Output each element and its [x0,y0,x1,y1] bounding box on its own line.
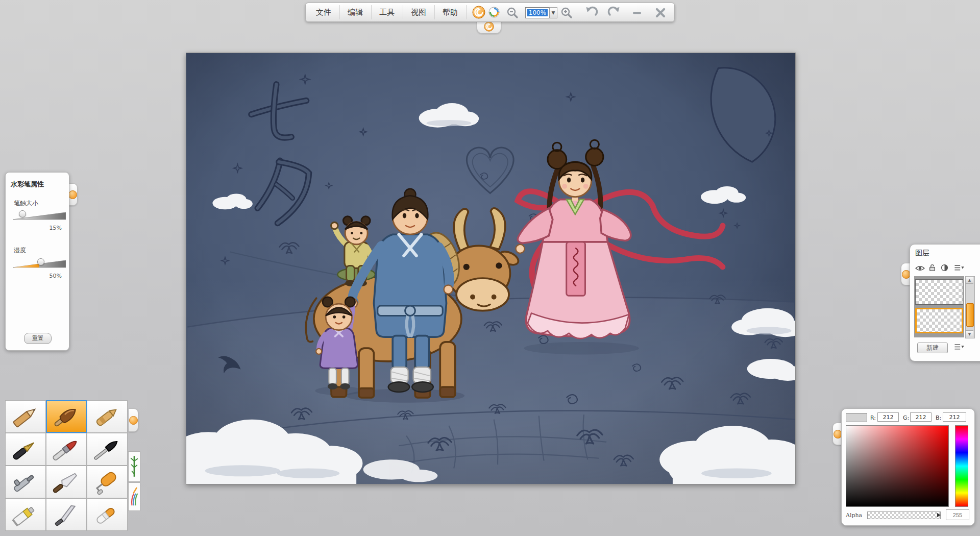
tool-fountain-pen[interactable] [5,433,46,466]
tool-liner-blade[interactable] [46,498,87,531]
app-logo-swirl-icon [472,6,485,19]
scroll-down-button[interactable]: ▼ [966,330,973,337]
zoom-out-icon [506,6,519,19]
menu-edit[interactable]: 编辑 [339,5,372,19]
zoom-dropdown-button[interactable]: ▼ [549,7,557,18]
zoom-in-button[interactable] [560,6,573,21]
panel-handle-dot [834,430,842,438]
tool-bamboo-pen[interactable] [128,451,140,482]
reset-button[interactable]: 重置 [24,333,52,344]
application-window: 文件 编辑 工具 视图 帮助 100% ▼ [0,0,980,536]
tool-airbrush[interactable] [5,466,46,498]
layer-thumbnail-2-active[interactable] [915,308,963,333]
tool-palette-tab[interactable] [129,408,138,432]
layer-options-button[interactable] [953,264,966,272]
tool-paint-roller[interactable] [87,466,128,498]
layer-list-scrollbar[interactable]: ▲ ▼ [965,276,975,338]
panel-handle-dot [68,190,77,199]
scrollbar-thumb[interactable] [966,303,974,327]
close-button[interactable] [654,6,667,21]
panel-handle-dot [902,270,911,279]
wetness-label: 湿度 [14,246,26,255]
layers-panel: 图层 ▲ ▼ 新建 [910,244,980,361]
saturation-value-picker[interactable] [846,425,949,507]
tool-crayon[interactable] [87,400,128,433]
color-swirl-icon [488,7,500,18]
eye-icon [915,265,925,272]
red-label: R: [870,415,876,421]
panel-handle-dot [129,416,138,425]
main-toolbar: 文件 编辑 工具 视图 帮助 100% ▼ [305,3,675,22]
new-layer-button[interactable]: 新建 [917,343,948,353]
artwork [186,53,795,484]
tool-pastel-stick[interactable] [87,498,128,531]
layer-menu-icon [953,343,965,351]
bamboo-icon [130,453,139,480]
red-input[interactable] [877,412,899,422]
zoom-in-icon [560,6,573,19]
zoom-level-input[interactable]: 100% [525,7,550,18]
alpha-slider[interactable] [867,511,941,519]
rainbow-icon [130,484,139,509]
alpha-label: Alpha [846,512,862,519]
menu-tools[interactable]: 工具 [371,5,403,19]
tool-paint-tube[interactable] [5,498,46,531]
redo-icon [607,6,621,20]
undo-button[interactable] [584,6,599,22]
color-swirl-button[interactable] [488,7,500,20]
layer-blend-button[interactable] [941,264,951,272]
blue-label: B: [936,415,941,421]
alpha-slider-handle[interactable] [937,513,941,517]
brush-panel-title: 水彩笔属性 [11,180,44,189]
menu-help[interactable]: 帮助 [434,5,467,19]
redo-button[interactable] [607,6,621,22]
close-icon [654,6,667,19]
brush-size-knob[interactable] [19,210,26,217]
layer-thumbnail-1[interactable] [915,279,963,305]
menu-view[interactable]: 视图 [403,5,435,19]
zoom-out-button[interactable] [506,6,519,21]
tool-paintbrush[interactable] [46,433,87,466]
wetness-knob[interactable] [37,258,44,265]
hue-slider[interactable] [955,425,968,507]
zoom-level-value: 100% [527,9,548,16]
tool-ink-brush[interactable] [87,433,128,466]
layer-lock-button[interactable] [928,264,939,272]
tool-pencil[interactable] [5,400,46,433]
layer-list [914,276,964,337]
tool-palette [5,400,129,531]
green-label: G: [903,415,909,421]
tool-watercolor-brush[interactable] [46,400,87,433]
green-input[interactable] [910,412,932,422]
app-logo-swirl-icon [484,21,494,32]
scroll-up-button[interactable]: ▲ [966,277,973,284]
layer-menu-icon [953,264,965,272]
tool-palette-knife[interactable] [46,466,87,498]
minimize-icon [630,6,644,19]
blue-input[interactable] [943,412,966,422]
paint-canvas[interactable] [186,53,796,484]
alpha-input[interactable] [946,509,969,520]
blend-mode-icon [941,264,948,272]
lock-icon [928,264,936,272]
wetness-value: 50% [50,273,62,279]
brush-size-value: 15% [50,225,62,231]
color-picker-panel: R: G: B: Alpha [841,408,975,526]
layer-visibility-button[interactable] [915,264,925,272]
brush-size-label: 笔触大小 [14,199,38,208]
current-color-swatch[interactable] [846,413,867,422]
layers-panel-title: 图层 [915,249,929,258]
app-logo-button[interactable] [472,6,485,21]
layer-list-menu-button[interactable] [953,343,967,352]
brush-properties-panel: 水彩笔属性 笔触大小 15% 湿度 50% 重置 [5,172,69,351]
minimize-button[interactable] [630,6,644,21]
menu-file[interactable]: 文件 [308,5,340,19]
undo-icon [584,6,599,20]
tool-rainbow-crayon[interactable] [128,482,140,511]
